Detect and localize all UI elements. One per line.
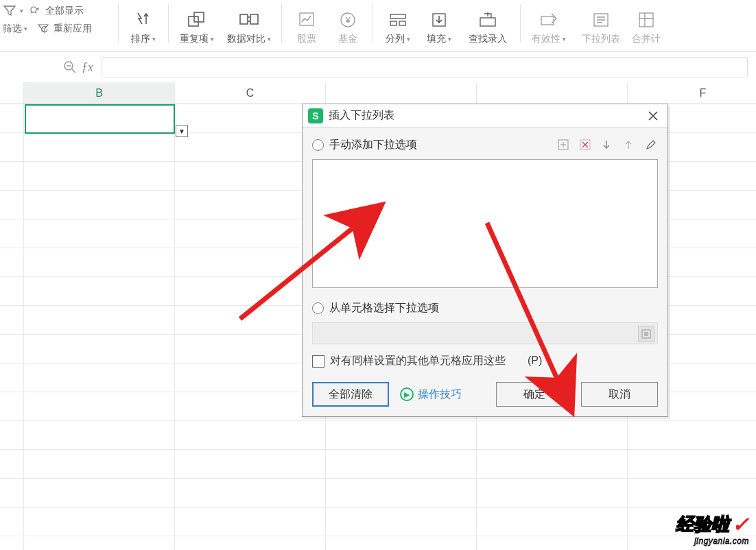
split-button[interactable]: 分列▾ bbox=[377, 0, 418, 45]
svg-point-0 bbox=[31, 7, 36, 12]
sort-icon bbox=[132, 8, 155, 32]
filter-label: 筛选 bbox=[3, 23, 22, 35]
cell-radio-label: 从单元格选择下拉选项 bbox=[329, 301, 658, 315]
stock-label: 股票 bbox=[297, 33, 316, 45]
range-picker-icon[interactable] bbox=[638, 326, 654, 342]
svg-rect-2 bbox=[194, 12, 204, 22]
svg-rect-12 bbox=[480, 18, 495, 26]
filter-button[interactable]: ▾ bbox=[1, 4, 23, 18]
column-headers: B C F bbox=[0, 82, 756, 104]
svg-rect-15 bbox=[639, 13, 653, 27]
funnel-icon bbox=[1, 4, 18, 18]
formula-input[interactable] bbox=[102, 57, 748, 77]
col-header-C[interactable]: C bbox=[175, 82, 326, 104]
svg-rect-5 bbox=[300, 13, 314, 25]
ribbon-toolbar: ▾ 全部显示 筛选 ▾ 重新应用 bbox=[0, 0, 756, 52]
find-entry-label: 查找录入 bbox=[469, 33, 507, 45]
svg-rect-4 bbox=[250, 14, 258, 24]
edit-item-icon[interactable] bbox=[646, 139, 658, 150]
split-icon bbox=[386, 8, 410, 32]
fill-button[interactable]: 填充▾ bbox=[418, 0, 460, 45]
fill-label: 填充 bbox=[427, 33, 446, 45]
data-compare-label: 数据对比 bbox=[227, 33, 265, 45]
svg-rect-1 bbox=[189, 16, 198, 26]
stock-button[interactable]: 股票 bbox=[286, 0, 327, 45]
col-header-F[interactable]: F bbox=[628, 82, 756, 104]
col-header-D[interactable] bbox=[326, 82, 477, 104]
selected-cell[interactable] bbox=[25, 104, 175, 134]
dialog-titlebar[interactable]: S 插入下拉列表 bbox=[303, 104, 668, 128]
find-entry-icon bbox=[476, 8, 499, 32]
sort-button[interactable]: 排序▾ bbox=[123, 0, 164, 45]
cell-dropdown-arrow[interactable]: ▼ bbox=[176, 125, 188, 137]
apply-others-label: 对有同样设置的其他单元格应用这些更更(P) bbox=[330, 354, 542, 368]
options-listbox[interactable] bbox=[312, 159, 658, 288]
svg-text:¥: ¥ bbox=[344, 15, 351, 25]
sort-label: 排序 bbox=[131, 33, 150, 45]
wps-logo-icon: S bbox=[308, 108, 323, 123]
filter-label-row[interactable]: 筛选 ▾ bbox=[1, 23, 27, 35]
show-all-label: 全部显示 bbox=[45, 5, 84, 17]
stock-icon bbox=[295, 8, 318, 32]
validity-icon bbox=[537, 8, 560, 32]
delete-item-icon[interactable] bbox=[580, 139, 592, 150]
check-mark-icon: ✓ bbox=[732, 512, 749, 536]
clear-all-button[interactable]: 全部清除 bbox=[312, 382, 389, 407]
duplicates-button[interactable]: 重复项▾ bbox=[173, 0, 221, 45]
fund-icon: ¥ bbox=[336, 8, 359, 32]
tips-link[interactable]: ▶ 操作技巧 bbox=[400, 387, 462, 402]
move-down-icon[interactable] bbox=[602, 139, 614, 150]
close-button[interactable] bbox=[644, 107, 662, 125]
svg-rect-20 bbox=[644, 332, 648, 336]
svg-rect-10 bbox=[399, 21, 405, 25]
tips-label: 操作技巧 bbox=[418, 387, 462, 402]
reapply-label: 重新应用 bbox=[54, 23, 92, 35]
dropdown-list-label: 下拉列表 bbox=[582, 33, 620, 45]
fund-button[interactable]: ¥ 基金 bbox=[327, 0, 368, 45]
validity-button[interactable]: 有效性▾ bbox=[525, 0, 573, 45]
col-header-E[interactable] bbox=[477, 82, 628, 104]
show-all-button[interactable]: 全部显示 bbox=[27, 4, 84, 18]
svg-rect-3 bbox=[240, 14, 248, 24]
zoom-out-icon[interactable] bbox=[62, 60, 78, 75]
reapply-button[interactable]: 重新应用 bbox=[36, 22, 92, 36]
play-icon: ▶ bbox=[400, 387, 414, 401]
dropdown-list-button[interactable]: 下拉列表 bbox=[573, 0, 629, 45]
duplicates-icon bbox=[185, 8, 209, 32]
validity-label: 有效性 bbox=[532, 33, 560, 45]
col-header-B[interactable]: B bbox=[24, 82, 175, 104]
manual-radio-label: 手动添加下拉选项 bbox=[329, 138, 558, 152]
find-entry-button[interactable]: 查找录入 bbox=[460, 0, 516, 45]
fill-icon bbox=[427, 8, 451, 32]
move-up-icon[interactable] bbox=[624, 139, 636, 150]
cancel-button[interactable]: 取消 bbox=[581, 382, 658, 407]
watermark-brand: 经验啦 bbox=[676, 512, 729, 536]
dropdown-list-icon bbox=[589, 8, 613, 32]
duplicates-label: 重复项 bbox=[180, 33, 209, 45]
show-all-icon bbox=[27, 4, 44, 18]
cell-radio[interactable] bbox=[312, 302, 324, 314]
merge-calc-icon bbox=[635, 8, 658, 32]
svg-rect-9 bbox=[390, 21, 397, 25]
manual-radio[interactable] bbox=[312, 139, 324, 151]
split-label: 分列 bbox=[386, 33, 405, 45]
apply-others-checkbox[interactable] bbox=[312, 355, 324, 368]
data-compare-icon bbox=[237, 8, 261, 32]
fx-icon[interactable]: ƒx bbox=[82, 60, 93, 75]
fund-label: 基金 bbox=[338, 33, 357, 45]
merge-calc-label: 合并计 bbox=[632, 33, 661, 45]
watermark-url: jingyanla.com bbox=[676, 536, 749, 546]
data-compare-button[interactable]: 数据对比▾ bbox=[221, 0, 277, 45]
merge-calc-button[interactable]: 合并计 bbox=[629, 0, 663, 45]
svg-rect-8 bbox=[390, 14, 405, 19]
add-item-icon[interactable] bbox=[558, 139, 570, 150]
ok-button[interactable]: 确定 bbox=[496, 382, 573, 407]
watermark: 经验啦 ✓ jingyanla.com bbox=[676, 512, 749, 546]
insert-dropdown-dialog: S 插入下拉列表 手动添加下拉选项 从单元格选择下拉选项 bbox=[302, 104, 668, 417]
dialog-title: 插入下拉列表 bbox=[329, 108, 644, 123]
cell-range-input[interactable] bbox=[312, 322, 658, 344]
reapply-icon bbox=[36, 22, 52, 36]
formula-bar: ƒx bbox=[0, 52, 756, 82]
